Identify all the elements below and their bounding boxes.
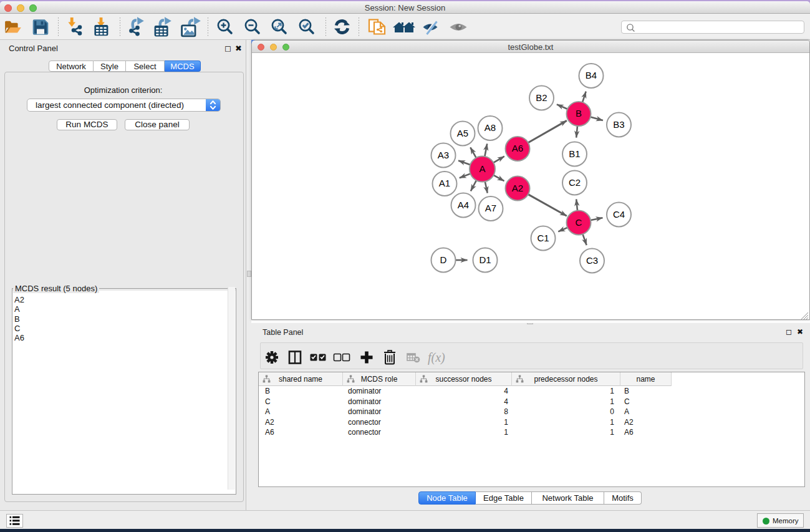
svg-text:f(x): f(x) [428,351,445,365]
svg-text:C3: C3 [586,255,598,266]
svg-text:D: D [440,254,447,265]
svg-text:C2: C2 [569,177,581,188]
svg-text:B2: B2 [536,92,547,103]
svg-text:C4: C4 [613,209,625,220]
svg-text:B3: B3 [613,119,624,130]
svg-text:A2: A2 [512,183,523,193]
svg-text:A5: A5 [457,128,468,138]
svg-text:A7: A7 [485,203,496,213]
svg-text:A4: A4 [458,200,469,210]
svg-text:C1: C1 [537,233,549,243]
svg-text:B1: B1 [569,148,580,159]
svg-text:A3: A3 [438,150,449,160]
svg-text:A8: A8 [485,122,496,133]
svg-text:A: A [479,163,485,174]
svg-text:B4: B4 [586,70,597,80]
svg-text:B: B [576,108,582,118]
svg-text:C: C [576,217,582,228]
svg-text:D1: D1 [479,254,491,265]
svg-text:A1: A1 [439,178,450,188]
svg-text:A6: A6 [512,143,523,153]
